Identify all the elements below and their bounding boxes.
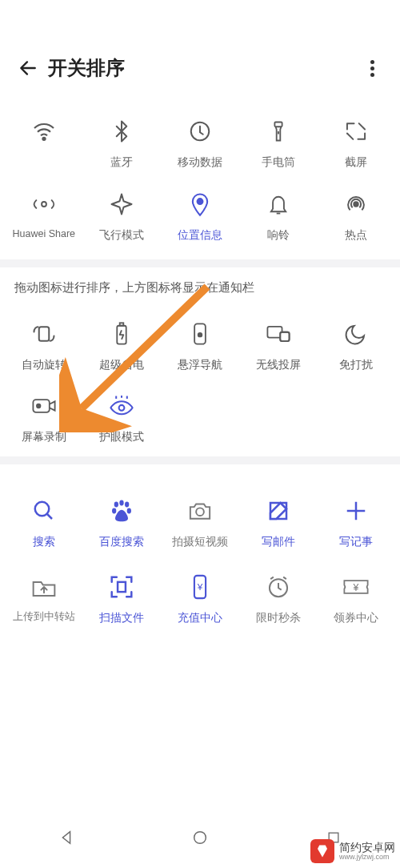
back-button[interactable] (14, 54, 42, 82)
tile-label: 护眼模式 (99, 430, 144, 444)
svg-point-39 (194, 832, 206, 844)
tile-shoot-video[interactable]: 拍摄短视频 (161, 480, 239, 557)
plus-icon (340, 495, 372, 527)
tile-label: 写邮件 (262, 535, 295, 549)
tile-label: 移动数据 (178, 155, 222, 169)
svg-point-18 (37, 404, 41, 408)
tile-label: 百度搜索 (99, 535, 144, 549)
svg-text:¥: ¥ (197, 581, 203, 593)
float-nav-icon (184, 318, 216, 350)
watermark-name: 简约安卓网 (339, 842, 395, 854)
tile-label: 截屏 (345, 155, 367, 169)
svg-text:¥: ¥ (353, 581, 359, 593)
battery-save-icon (106, 318, 138, 350)
bell-icon (262, 188, 294, 220)
location-icon (184, 188, 216, 220)
tile-label: 上传到中转站 (13, 611, 75, 623)
nav-home-button[interactable] (188, 826, 212, 850)
tile-flashlight[interactable]: 手电筒 (239, 104, 318, 177)
tile-airplane[interactable]: 飞行模式 (83, 177, 162, 250)
svg-line-24 (47, 514, 52, 519)
tile-label: 热点 (345, 228, 367, 242)
tile-label: 写记事 (339, 535, 373, 549)
coupon-icon: ¥ (340, 571, 372, 603)
header: 开关排序 (0, 32, 400, 96)
mobile-data-icon (184, 115, 216, 147)
compose-icon (262, 495, 294, 527)
tile-screen-record[interactable]: 屏幕录制 (5, 379, 83, 452)
shortcuts-section: 搜索 百度搜索 拍摄短视频 写邮件 写记事 (0, 464, 400, 633)
tile-wifi[interactable] (5, 104, 83, 177)
watermark: 简约安卓网 www.jylzwj.com (310, 839, 395, 863)
wireless-projection-icon (262, 318, 294, 350)
upload-folder-icon (28, 571, 60, 603)
bluetooth-icon (106, 115, 138, 147)
tile-do-not-disturb[interactable]: 免打扰 (317, 307, 395, 380)
tile-label: 扫描文件 (99, 611, 144, 625)
svg-point-26 (120, 500, 124, 506)
tile-write-note[interactable]: 写记事 (317, 480, 395, 557)
more-button[interactable] (358, 54, 386, 82)
svg-rect-3 (274, 122, 282, 127)
hotspot-icon (340, 188, 372, 220)
auto-rotate-icon (28, 318, 60, 350)
tile-ring[interactable]: 响铃 (239, 177, 318, 250)
svg-point-5 (42, 202, 46, 207)
tile-label: 领券中心 (334, 611, 378, 625)
tile-label: 限时秒杀 (256, 611, 301, 625)
tile-label: 手电筒 (262, 155, 295, 169)
scan-icon (106, 571, 138, 603)
phone-money-icon: ¥ (184, 571, 216, 603)
svg-rect-9 (39, 327, 50, 341)
tile-scan-doc[interactable]: 扫描文件 (83, 557, 162, 633)
tile-upload-relay[interactable]: 上传到中转站 (5, 557, 83, 633)
tile-label: 免打扰 (339, 358, 373, 372)
tile-search[interactable]: 搜索 (5, 480, 83, 557)
tile-label: Huawei Share (13, 228, 76, 240)
tile-auto-rotate[interactable]: 自动旋转 (5, 307, 83, 380)
tile-recharge[interactable]: ¥ 充值中心 (161, 557, 239, 633)
tile-flash-sale[interactable]: 限时秒杀 (239, 557, 318, 633)
svg-point-28 (112, 508, 116, 514)
tile-label: 超级省电 (99, 358, 144, 372)
tile-float-nav[interactable]: 悬浮导航 (161, 307, 239, 380)
svg-point-29 (127, 508, 131, 514)
tile-label: 搜索 (33, 535, 55, 549)
svg-point-30 (196, 508, 204, 516)
airplane-icon (106, 188, 138, 220)
arrow-left-icon (18, 58, 38, 78)
tile-label: 无线投屏 (256, 358, 301, 372)
svg-point-19 (119, 405, 125, 411)
tile-bluetooth[interactable]: 蓝牙 (83, 104, 162, 177)
tile-huawei-share[interactable]: Huawei Share (5, 177, 83, 250)
moon-icon (340, 318, 372, 350)
divider (0, 456, 400, 464)
tile-location[interactable]: 位置信息 (161, 177, 239, 250)
tile-label: 蓝牙 (110, 155, 133, 169)
tile-mobile-data[interactable]: 移动数据 (161, 104, 239, 177)
eye-icon (106, 390, 138, 422)
wifi-icon (28, 115, 60, 147)
svg-point-6 (198, 199, 203, 204)
svg-rect-11 (120, 323, 124, 325)
tile-eye-comfort[interactable]: 护眼模式 (83, 379, 162, 452)
tile-power-save[interactable]: 超级省电 (83, 307, 162, 380)
svg-point-27 (125, 502, 129, 508)
camera-icon (184, 495, 216, 527)
tile-label: 位置信息 (178, 228, 222, 242)
toggles-grid-top: 蓝牙 移动数据 手电筒 截屏 Huawei Share 飞行模式 (0, 96, 400, 250)
screenshot-icon (340, 115, 372, 147)
tile-coupon[interactable]: ¥ 领券中心 (317, 557, 395, 633)
clock-icon (262, 571, 294, 603)
tile-label: 飞行模式 (99, 228, 144, 242)
nav-back-button[interactable] (54, 826, 78, 850)
tile-baidu[interactable]: 百度搜索 (83, 480, 162, 557)
svg-point-25 (114, 502, 118, 508)
tile-compose-mail[interactable]: 写邮件 (239, 480, 318, 557)
tile-wireless-projection[interactable]: 无线投屏 (239, 307, 318, 380)
toggles-grid-bottom: 自动旋转 超级省电 悬浮导航 无线投屏 免打扰 屏幕录制 护眼模式 (0, 299, 400, 452)
tile-screenshot[interactable]: 截屏 (317, 104, 395, 177)
page-title: 开关排序 (48, 55, 125, 81)
tile-hotspot[interactable]: 热点 (317, 177, 395, 250)
tile-label: 屏幕录制 (22, 430, 66, 444)
